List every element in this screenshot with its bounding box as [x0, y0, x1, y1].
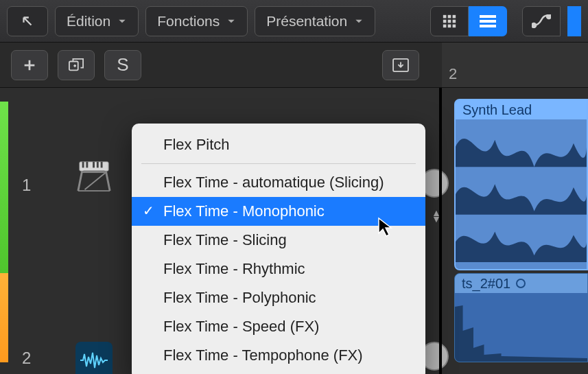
- svg-rect-14: [69, 61, 78, 70]
- svg-point-13: [547, 14, 551, 19]
- svg-rect-8: [453, 24, 456, 27]
- flex-menu-item[interactable]: Flex Time - Polyphonic: [132, 283, 425, 312]
- waveform: [456, 119, 587, 269]
- view-mode-segmented: [430, 6, 507, 36]
- audio-region[interactable]: Synth Lead: [454, 99, 588, 270]
- collapse-button[interactable]: [382, 50, 419, 80]
- presentation-menu[interactable]: Présentation: [255, 6, 375, 36]
- solo-button[interactable]: S: [104, 50, 141, 80]
- svg-rect-2: [453, 14, 456, 18]
- flex-menu-item[interactable]: Flex Time - Rhythmic: [132, 255, 425, 283]
- svg-rect-17: [82, 162, 84, 168]
- back-up-button[interactable]: [7, 6, 48, 36]
- flex-mode-menu: Flex Pitch Flex Time - automatique (Slic…: [132, 124, 425, 374]
- svg-rect-21: [101, 162, 103, 168]
- loop-icon: [516, 279, 526, 288]
- solo-label: S: [117, 54, 128, 75]
- svg-rect-9: [480, 15, 496, 18]
- waveform: [455, 293, 587, 362]
- edit-menu-label: Édition: [67, 13, 110, 30]
- chevron-down-icon: [226, 16, 236, 26]
- track-number: 1: [22, 176, 31, 195]
- svg-rect-11: [480, 25, 496, 27]
- flex-menu-item[interactable]: Flex Time - Tempophone (FX): [132, 341, 425, 370]
- add-track-button[interactable]: [11, 50, 48, 80]
- track-color-strip-2: [0, 273, 8, 362]
- flex-menu-header[interactable]: Flex Pitch: [132, 130, 425, 159]
- duplicate-track-button[interactable]: [58, 50, 95, 80]
- svg-point-12: [532, 23, 536, 27]
- flex-menu-item[interactable]: Flex Time - Monophonic: [132, 197, 425, 226]
- automation-curve-button[interactable]: [522, 6, 561, 36]
- track-number: 2: [22, 349, 31, 368]
- chevron-down-icon: [117, 16, 127, 26]
- svg-rect-1: [448, 14, 451, 18]
- audio-region[interactable]: ts_2#01: [454, 273, 588, 362]
- menu-separator: [141, 163, 416, 164]
- presentation-menu-label: Présentation: [266, 13, 347, 30]
- svg-rect-3: [443, 19, 447, 23]
- svg-rect-20: [97, 162, 99, 168]
- chevron-down-icon: [354, 16, 364, 26]
- edit-menu[interactable]: Édition: [55, 6, 139, 36]
- region-name: Synth Lead: [462, 102, 532, 118]
- svg-rect-6: [443, 24, 447, 27]
- flex-menu-item[interactable]: Flex Time - Speed (FX): [132, 312, 425, 341]
- flex-menu-item[interactable]: Flex Time - automatique (Slicing): [132, 168, 425, 197]
- functions-menu[interactable]: Fonctions: [145, 6, 248, 36]
- svg-rect-0: [443, 14, 447, 18]
- top-toolbar: Édition Fonctions Présentation: [0, 0, 588, 43]
- ruler-tick: 2: [449, 65, 457, 83]
- svg-rect-7: [448, 24, 451, 27]
- svg-rect-19: [93, 162, 95, 168]
- flex-menu-item[interactable]: Flex Time - Slicing: [132, 226, 425, 255]
- svg-rect-10: [480, 20, 496, 23]
- timeline-ruler[interactable]: 2: [442, 43, 588, 88]
- svg-rect-4: [448, 19, 451, 23]
- svg-rect-5: [453, 19, 456, 23]
- view-list-button[interactable]: [469, 6, 507, 36]
- region-name: ts_2#01: [462, 276, 510, 292]
- track-color-strip-1: [0, 102, 8, 273]
- instrument-icon[interactable]: [75, 156, 113, 194]
- arrange-region-column: Synth Lead ts_2#01: [439, 88, 588, 374]
- view-grid-button[interactable]: [430, 6, 469, 36]
- audio-track-icon[interactable]: [75, 342, 113, 374]
- region-header: ts_2#01: [455, 274, 587, 293]
- region-header: Synth Lead: [456, 100, 587, 119]
- flex-toggle-active[interactable]: [567, 6, 581, 36]
- svg-rect-18: [86, 162, 88, 168]
- functions-menu-label: Fonctions: [157, 13, 220, 30]
